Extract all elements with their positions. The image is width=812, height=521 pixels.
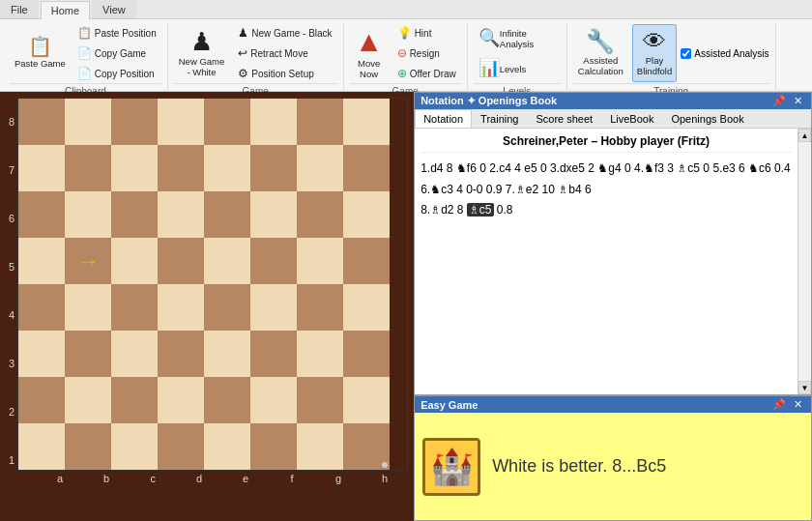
square[interactable] <box>204 99 250 145</box>
square[interactable] <box>204 191 250 238</box>
square[interactable] <box>343 238 390 284</box>
square[interactable] <box>250 284 297 331</box>
square[interactable] <box>297 191 343 238</box>
tab-score-sheet[interactable]: Score sheet <box>527 109 601 128</box>
square[interactable] <box>65 331 111 377</box>
square[interactable] <box>18 145 65 191</box>
retract-move-button[interactable]: ↩ Retract Move <box>233 43 336 63</box>
notation-scrollbar[interactable]: ▲ ▼ <box>798 129 811 394</box>
square[interactable] <box>111 238 158 284</box>
square[interactable] <box>18 377 65 423</box>
square[interactable] <box>204 423 250 470</box>
paste-position-button[interactable]: 📋 Paste Position <box>72 23 161 43</box>
square[interactable] <box>204 145 250 191</box>
paste-game-button[interactable]: 📋 Paste Game <box>10 25 71 81</box>
levels-button[interactable]: 📊 Levels <box>474 56 561 81</box>
square[interactable] <box>204 238 250 284</box>
square[interactable] <box>158 377 204 423</box>
move-now-button[interactable]: ▲ MoveNow <box>350 24 389 82</box>
square[interactable] <box>250 331 297 377</box>
assisted-calculation-button[interactable]: 🔧 AssistedCalculation <box>573 24 628 82</box>
square[interactable] <box>65 284 111 331</box>
square[interactable] <box>111 145 158 191</box>
square[interactable] <box>297 284 343 331</box>
square[interactable] <box>111 423 158 470</box>
easy-game-message: White is better. 8...Bc5 <box>492 456 666 477</box>
square[interactable] <box>250 145 297 191</box>
square[interactable] <box>297 423 343 470</box>
square[interactable] <box>65 423 111 470</box>
square[interactable] <box>158 284 204 331</box>
new-game-black-button[interactable]: ♟ New Game - Black <box>233 23 336 43</box>
square[interactable] <box>343 331 390 377</box>
easy-game-close-button[interactable]: ✕ <box>791 398 805 411</box>
square[interactable] <box>158 238 204 284</box>
square[interactable] <box>65 191 111 238</box>
infinite-analysis-button[interactable]: 🔍 InfiniteAnalysis <box>474 25 561 53</box>
easy-game-pin-button[interactable]: 📌 <box>769 398 789 411</box>
resign-button[interactable]: ⊖ Resign <box>392 43 461 63</box>
assisted-analysis-checkbox[interactable] <box>681 48 691 59</box>
scroll-up-button[interactable]: ▲ <box>798 129 811 142</box>
square[interactable] <box>343 191 390 238</box>
position-setup-button[interactable]: ⚙ Position Setup <box>233 64 336 83</box>
square[interactable] <box>343 99 390 145</box>
tab-home[interactable]: Home <box>41 1 90 19</box>
square[interactable] <box>343 284 390 331</box>
square[interactable] <box>18 99 65 145</box>
play-blindfold-button[interactable]: 👁 PlayBlindfold <box>632 24 677 82</box>
square[interactable] <box>250 423 297 470</box>
square[interactable] <box>250 191 297 238</box>
square[interactable] <box>111 284 158 331</box>
copy-game-button[interactable]: 📄 Copy Game <box>72 43 161 63</box>
square[interactable] <box>18 423 65 470</box>
tab-training[interactable]: Training <box>472 109 527 128</box>
square[interactable] <box>204 331 250 377</box>
tab-livebook[interactable]: LiveBook <box>601 109 662 128</box>
square[interactable] <box>111 99 158 145</box>
square[interactable] <box>65 145 111 191</box>
square[interactable] <box>297 99 343 145</box>
new-game-white-button[interactable]: ♟ New Game- White <box>174 24 230 82</box>
square[interactable] <box>158 99 204 145</box>
square[interactable]: → <box>65 238 111 284</box>
tab-file[interactable]: File <box>0 0 39 18</box>
square[interactable] <box>65 377 111 423</box>
square[interactable] <box>18 284 65 331</box>
square[interactable] <box>111 377 158 423</box>
square[interactable] <box>158 423 204 470</box>
hint-button[interactable]: 💡 Hint <box>392 23 461 43</box>
notation-scroll-area[interactable]: Schreiner,Peter – Hobby player (Fritz) 1… <box>415 129 798 394</box>
square[interactable] <box>204 284 250 331</box>
square[interactable] <box>297 331 343 377</box>
assisted-analysis-checkbox-label[interactable]: Assisted Analysis <box>681 48 768 59</box>
square[interactable] <box>111 331 158 377</box>
tab-openings-book[interactable]: Openings Book <box>662 109 752 128</box>
copy-position-button[interactable]: 📄 Copy Position <box>72 64 161 83</box>
square[interactable] <box>250 238 297 284</box>
square[interactable] <box>18 191 65 238</box>
square[interactable] <box>65 99 111 145</box>
scroll-down-button[interactable]: ▼ <box>798 381 811 394</box>
chess-board[interactable]: → <box>17 98 408 471</box>
square[interactable] <box>343 423 390 470</box>
square[interactable] <box>18 238 65 284</box>
square[interactable] <box>204 377 250 423</box>
square[interactable] <box>297 145 343 191</box>
square[interactable] <box>18 331 65 377</box>
notation-pin-button[interactable]: 📌 <box>769 95 789 107</box>
square[interactable] <box>343 377 390 423</box>
square[interactable] <box>343 145 390 191</box>
square[interactable] <box>250 99 297 145</box>
square[interactable] <box>297 377 343 423</box>
square[interactable] <box>158 331 204 377</box>
notation-close-button[interactable]: ✕ <box>791 95 805 107</box>
tab-view[interactable]: View <box>92 0 136 18</box>
square[interactable] <box>250 377 297 423</box>
square[interactable] <box>297 238 343 284</box>
square[interactable] <box>111 191 158 238</box>
offer-draw-button[interactable]: ⊕ Offer Draw <box>392 64 461 83</box>
square[interactable] <box>158 145 204 191</box>
tab-notation[interactable]: Notation <box>415 109 472 128</box>
square[interactable] <box>158 191 204 238</box>
